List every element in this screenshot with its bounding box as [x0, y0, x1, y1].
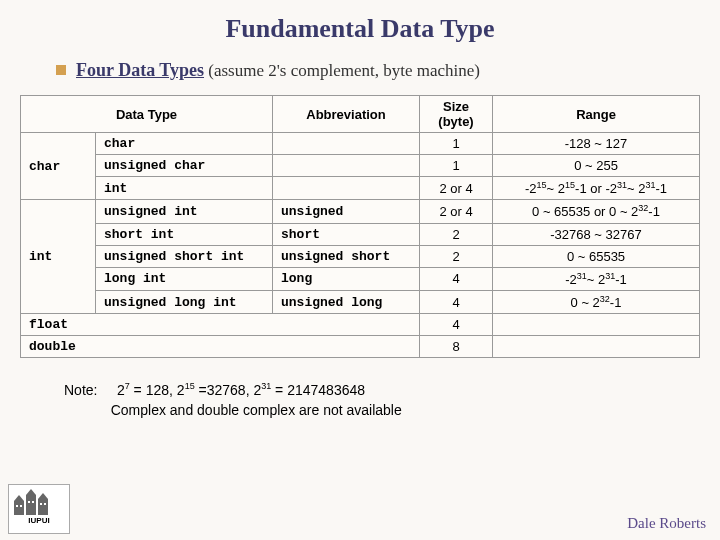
cell-range	[493, 314, 700, 336]
slide-title: Fundamental Data Type	[0, 0, 720, 52]
data-type-table: Data Type Abbreviation Size (byte) Range…	[20, 95, 700, 358]
cell-abbrev: short	[273, 223, 420, 245]
table-row: unsigned long intunsigned long40 ~ 232-1	[21, 290, 700, 313]
cell-abbrev: unsigned short	[273, 245, 420, 267]
cell-abbrev	[273, 177, 420, 200]
note-line1: 27 = 128, 215 =32768, 231 = 2147483648	[117, 382, 365, 398]
note-block: Note: 27 = 128, 215 =32768, 231 = 214748…	[0, 358, 720, 420]
svg-marker-3	[14, 495, 24, 501]
cell-size: 4	[420, 314, 493, 336]
cell-group: double	[21, 336, 420, 358]
cell-type: unsigned long int	[96, 290, 273, 313]
cell-size: 1	[420, 133, 493, 155]
svg-rect-2	[38, 499, 48, 515]
cell-size: 2	[420, 245, 493, 267]
svg-rect-1	[26, 495, 36, 515]
table-header-row: Data Type Abbreviation Size (byte) Range	[21, 96, 700, 133]
cell-range: -231~ 231-1	[493, 267, 700, 290]
table-row: long intlong4-231~ 231-1	[21, 267, 700, 290]
svg-rect-10	[40, 503, 42, 505]
subtitle-bold: Four Data Types	[76, 60, 204, 80]
cell-group: float	[21, 314, 420, 336]
cell-type: unsigned char	[96, 155, 273, 177]
svg-rect-9	[32, 501, 34, 503]
cell-size: 2 or 4	[420, 177, 493, 200]
author-name: Dale Roberts	[627, 515, 706, 532]
cell-size: 8	[420, 336, 493, 358]
cell-group: char	[21, 133, 96, 200]
table-row: unsigned char10 ~ 255	[21, 155, 700, 177]
note-label: Note:	[64, 382, 97, 398]
svg-rect-7	[20, 505, 22, 507]
svg-rect-6	[16, 505, 18, 507]
cell-type: unsigned int	[96, 200, 273, 223]
logo-text: IUPUI	[28, 516, 49, 525]
cell-size: 2 or 4	[420, 200, 493, 223]
cell-range: 0 ~ 65535	[493, 245, 700, 267]
cell-range: -32768 ~ 32767	[493, 223, 700, 245]
svg-marker-5	[38, 493, 48, 499]
cell-range	[493, 336, 700, 358]
th-abbrev: Abbreviation	[273, 96, 420, 133]
cell-type: long int	[96, 267, 273, 290]
cell-range: 0 ~ 255	[493, 155, 700, 177]
cell-range: 0 ~ 232-1	[493, 290, 700, 313]
subtitle-rest: (assume 2's complement, byte machine)	[204, 61, 480, 80]
cell-type: int	[96, 177, 273, 200]
cell-size: 4	[420, 267, 493, 290]
cell-size: 2	[420, 223, 493, 245]
cell-size: 4	[420, 290, 493, 313]
svg-rect-8	[28, 501, 30, 503]
th-datatype: Data Type	[21, 96, 273, 133]
cell-abbrev: unsigned long	[273, 290, 420, 313]
cell-group: int	[21, 200, 96, 314]
svg-marker-4	[26, 489, 36, 495]
svg-rect-11	[44, 503, 46, 505]
table-row: charchar1-128 ~ 127	[21, 133, 700, 155]
cell-type: unsigned short int	[96, 245, 273, 267]
cell-abbrev	[273, 133, 420, 155]
cell-abbrev: unsigned	[273, 200, 420, 223]
table-row: unsigned short intunsigned short20 ~ 655…	[21, 245, 700, 267]
svg-rect-0	[14, 501, 24, 515]
cell-range: -215~ 215-1 or -231~ 231-1	[493, 177, 700, 200]
cell-range: -128 ~ 127	[493, 133, 700, 155]
table-row: int2 or 4-215~ 215-1 or -231~ 231-1	[21, 177, 700, 200]
iupui-logo: IUPUI	[8, 484, 70, 534]
note-line2: Complex and double complex are not avail…	[111, 402, 402, 418]
cell-size: 1	[420, 155, 493, 177]
table-row: short intshort2-32768 ~ 32767	[21, 223, 700, 245]
cell-range: 0 ~ 65535 or 0 ~ 232-1	[493, 200, 700, 223]
bullet-icon	[56, 65, 66, 75]
cell-type: short int	[96, 223, 273, 245]
th-range: Range	[493, 96, 700, 133]
table-row: intunsigned intunsigned2 or 40 ~ 65535 o…	[21, 200, 700, 223]
cell-abbrev	[273, 155, 420, 177]
cell-abbrev: long	[273, 267, 420, 290]
th-size: Size (byte)	[420, 96, 493, 133]
table-row: float4	[21, 314, 700, 336]
cell-type: char	[96, 133, 273, 155]
table-row: double8	[21, 336, 700, 358]
subtitle: Four Data Types (assume 2's complement, …	[0, 52, 720, 91]
